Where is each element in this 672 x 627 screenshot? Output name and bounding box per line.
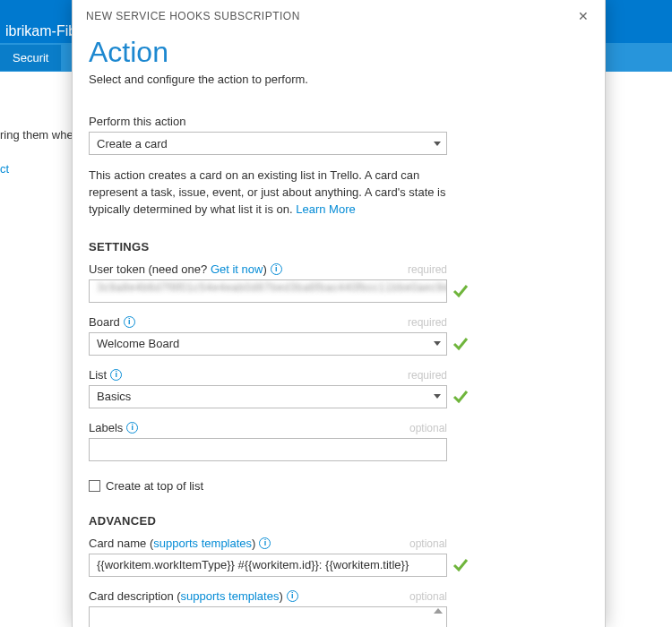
labels-label: Labels [89, 421, 123, 434]
create-top-checkbox[interactable] [89, 480, 100, 492]
board-value: Welcome Board [97, 337, 179, 350]
info-icon[interactable]: i [126, 422, 138, 434]
dialog-title: NEW SERVICE HOOKS SUBSCRIPTION [86, 10, 300, 22]
card-name-label: Card name (supports templates) [89, 537, 255, 550]
user-token-field: User token (need one? Get it now) i requ… [89, 262, 589, 315]
board-label: Board [89, 315, 120, 329]
list-label: List [89, 368, 107, 382]
info-icon[interactable]: i [271, 263, 282, 275]
dialog-header: NEW SERVICE HOOKS SUBSCRIPTION ✕ [73, 0, 605, 34]
optional-badge: optional [409, 590, 447, 603]
page-heading: Action [89, 36, 589, 69]
required-badge: required [408, 369, 447, 382]
info-icon[interactable]: i [124, 316, 135, 328]
background-body-fragment: ring them whe [0, 128, 73, 142]
card-description-label: Card description (supports templates) [89, 589, 283, 603]
optional-badge: optional [409, 422, 447, 434]
card-name-input[interactable] [89, 554, 447, 577]
chevron-down-icon [434, 142, 441, 146]
list-value: Basics [97, 390, 131, 403]
create-top-row: Create at top of list [89, 479, 589, 493]
card-description-field: Card description (supports templates) i … [89, 589, 589, 627]
dialog-body: Action Select and configure the action t… [73, 34, 605, 627]
board-field: Board i required Welcome Board [89, 315, 589, 368]
background-link-fragment[interactable]: ct [0, 162, 9, 176]
chevron-down-icon [434, 394, 441, 399]
supports-templates-link[interactable]: supports templates [181, 589, 280, 603]
settings-heading: SETTINGS [89, 240, 589, 253]
card-name-field: Card name (supports templates) i optiona… [89, 537, 589, 589]
list-select[interactable]: Basics [89, 385, 447, 408]
supports-templates-link[interactable]: supports templates [153, 537, 252, 550]
tab-security[interactable]: Securit [0, 45, 61, 71]
get-token-link[interactable]: Get it now [211, 262, 263, 276]
info-icon[interactable]: i [287, 590, 298, 602]
perform-action-label: Perform this action [89, 115, 589, 128]
required-badge: required [408, 263, 447, 276]
close-icon[interactable]: ✕ [573, 7, 594, 25]
info-icon[interactable]: i [259, 537, 271, 549]
create-top-label: Create at top of list [106, 479, 203, 493]
advanced-heading: ADVANCED [89, 514, 589, 528]
page-subtitle: Select and configure the action to perfo… [89, 73, 589, 86]
check-icon [452, 283, 469, 299]
labels-input[interactable] [89, 438, 447, 461]
optional-badge: optional [409, 537, 447, 550]
perform-action-value: Create a card [97, 137, 168, 150]
check-icon [452, 336, 469, 352]
card-description-textarea[interactable] [89, 606, 447, 627]
labels-field: Labels i optional [89, 421, 589, 474]
user-token-label: User token (need one? Get it now) [89, 262, 267, 276]
perform-action-select[interactable]: Create a card [89, 132, 447, 155]
learn-more-link[interactable]: Learn More [296, 202, 355, 216]
check-icon [452, 557, 469, 573]
check-icon [452, 389, 469, 405]
user-token-input[interactable]: 3c9a8e4b6d7f8f01c54e4eab0d87bed3ba6fbac4… [89, 279, 447, 303]
action-description: This action creates a card on an existin… [89, 167, 456, 219]
info-icon[interactable]: i [110, 369, 122, 381]
chevron-down-icon [434, 341, 441, 346]
list-field: List i required Basics [89, 368, 589, 421]
required-badge: required [408, 316, 447, 329]
service-hooks-dialog: NEW SERVICE HOOKS SUBSCRIPTION ✕ Action … [72, 0, 606, 627]
board-select[interactable]: Welcome Board [89, 332, 447, 356]
perform-action-field: Perform this action Create a card [89, 115, 589, 155]
